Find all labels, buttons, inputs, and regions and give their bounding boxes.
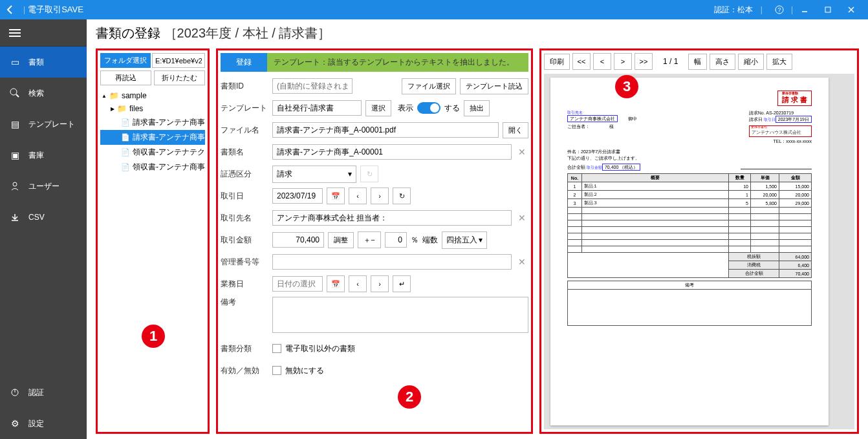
sidebar-item-template[interactable]: ▤ テンプレート (0, 109, 87, 140)
hamburger-button[interactable] (0, 19, 87, 47)
file-tree: ▲📁sample ▶📁files 📄請求書-アンテナ商事2_ 📄請求書-アンテナ… (100, 89, 205, 175)
fit-width-button[interactable]: 幅 (688, 54, 707, 70)
badge-3: 3 (615, 75, 638, 98)
fraction-select[interactable]: 四捨五入▾ (442, 231, 487, 249)
template-load-button[interactable]: テンプレート読込 (460, 78, 528, 94)
folder-select-button[interactable]: フォルダ選択 (100, 53, 151, 68)
file-select-button[interactable]: ファイル選択 (402, 78, 456, 94)
back-icon[interactable] (5, 5, 16, 15)
doc-class-checkbox-label: 電子取引以外の書類 (285, 343, 355, 354)
mgmt-no-input[interactable] (272, 254, 512, 270)
sidebar-item-archive[interactable]: ▣ 書庫 (0, 140, 87, 171)
calendar-icon[interactable]: 📅 (327, 187, 345, 204)
label-txn-date: 取引日 (221, 191, 268, 202)
clear-icon[interactable]: ✕ (515, 213, 528, 223)
zoom-in-button[interactable]: 拡大 (766, 54, 792, 70)
titlebar-separator: | (761, 5, 763, 14)
maximize-icon[interactable] (816, 0, 840, 19)
tree-file[interactable]: 📄請求書-アンテナ商事2_ (100, 115, 205, 130)
invoice-issuer: 要保存書類 アンテナハウス株式会社 (749, 125, 812, 137)
evidence-select[interactable]: 請求▾ (272, 166, 356, 183)
template-input[interactable] (272, 100, 362, 116)
pct-input[interactable] (385, 232, 407, 248)
minimize-icon[interactable] (793, 0, 816, 19)
register-button[interactable]: 登録 (221, 53, 267, 72)
enter-icon[interactable]: ↵ (393, 275, 411, 292)
remarks-textarea[interactable] (272, 297, 528, 333)
sidebar-label: 書庫 (28, 150, 44, 161)
sidebar-item-settings[interactable]: ⚙ 設定 (0, 408, 87, 439)
titlebar-separator: | (23, 5, 25, 14)
sidebar-label: 設定 (28, 418, 44, 429)
clear-icon[interactable]: ✕ (515, 257, 528, 267)
search-icon (9, 87, 21, 99)
folder-icon: 📁 (109, 91, 119, 100)
pdf-icon: 📄 (121, 163, 130, 171)
prev-page-button[interactable]: < (593, 53, 611, 70)
show-label: 表示 (398, 103, 413, 114)
open-button[interactable]: 開く (503, 122, 528, 138)
sidebar-item-csv[interactable]: CSV (0, 202, 87, 233)
next-page-button[interactable]: > (614, 53, 632, 70)
book-icon: ▭ (9, 56, 21, 68)
doc-name-input[interactable] (272, 144, 512, 160)
svg-rect-3 (825, 7, 830, 12)
fit-height-button[interactable]: 高さ (710, 54, 735, 70)
label-template: テンプレート (221, 103, 268, 114)
close-icon[interactable] (840, 0, 863, 19)
pdf-icon: 📄 (121, 148, 130, 156)
help-icon[interactable]: ? (768, 0, 791, 19)
collapse-button[interactable]: 折りたたむ (154, 70, 205, 85)
panel-folder-tree: フォルダ選択 再読込 折りたたむ ▲📁sample ▶📁files 📄請求書-ア… (96, 48, 210, 434)
folder-path-input[interactable] (152, 53, 205, 68)
calendar-icon[interactable]: 📅 (327, 275, 345, 292)
biz-date-input[interactable] (272, 276, 323, 292)
sidebar-item-auth[interactable]: 認証 (0, 377, 87, 408)
enable-checkbox[interactable] (272, 366, 281, 375)
template-icon: ▤ (9, 118, 21, 130)
suru-label: する (444, 103, 460, 114)
first-page-button[interactable]: << (572, 53, 591, 70)
reload-button[interactable]: 再読込 (100, 70, 151, 85)
tree-folder[interactable]: ▲📁sample (100, 89, 205, 102)
document-preview: 3 要保存書類 請 求 書 取引先名 アンテナ商事株式会社 (544, 74, 854, 429)
sidebar-item-search[interactable]: 検索 (0, 78, 87, 109)
print-button[interactable]: 印刷 (544, 54, 570, 70)
sidebar-item-users[interactable]: ユーザー (0, 171, 87, 202)
template-select-button[interactable]: 選択 (365, 100, 391, 116)
prev-icon[interactable]: ‹ (349, 275, 367, 292)
panel-form: 登録 テンプレート：該当するテンプレートからテキストを抽出しました。 書類ID … (216, 48, 533, 434)
doc-id-input (272, 78, 353, 94)
tree-folder[interactable]: ▶📁files (100, 102, 205, 115)
sidebar: ▭ 書類 検索 ▤ テンプレート ▣ 書庫 ユーザー CSV 認証 ⚙ (0, 19, 87, 439)
prev-icon[interactable]: ‹ (349, 187, 367, 204)
tree-file[interactable]: 📄請求書-アンテナ商事_A (100, 130, 205, 145)
sidebar-item-documents[interactable]: ▭ 書類 (0, 47, 87, 78)
file-name-input[interactable] (272, 122, 499, 138)
zoom-out-button[interactable]: 縮小 (738, 54, 764, 70)
refresh-icon[interactable]: ↻ (393, 187, 411, 204)
last-page-button[interactable]: >> (635, 53, 653, 70)
label-doc-id: 書類ID (221, 81, 268, 92)
label-doc-name: 書類名 (221, 147, 268, 158)
power-icon (9, 387, 21, 398)
doc-class-checkbox[interactable] (272, 344, 281, 353)
txn-date-input[interactable] (272, 188, 323, 204)
adjust-button[interactable]: 調整 (328, 232, 354, 248)
svg-text:?: ? (777, 6, 781, 13)
next-icon[interactable]: › (371, 187, 389, 204)
plus-minus-button[interactable]: ＋− (358, 231, 381, 248)
extract-button[interactable]: 抽出 (464, 100, 490, 116)
next-icon[interactable]: › (371, 275, 389, 292)
tree-file[interactable]: 📄領収書-アンテナテクノロ (100, 145, 205, 160)
tree-file[interactable]: 📄領収書-アンテナ商事_A (100, 160, 205, 175)
auth-label: 認証：松本 (714, 5, 753, 16)
panel-preview: 印刷 << < > >> 1 / 1 幅 高さ 縮小 拡大 3 (539, 48, 859, 434)
invoice-to: アンテナ商事株式会社 (567, 115, 618, 122)
amount-input[interactable] (272, 232, 324, 248)
gear-icon: ⚙ (9, 418, 21, 429)
pdf-icon: 📄 (121, 133, 130, 142)
partner-input[interactable] (272, 210, 512, 226)
clear-icon[interactable]: ✕ (515, 147, 528, 157)
show-toggle[interactable] (417, 102, 440, 114)
